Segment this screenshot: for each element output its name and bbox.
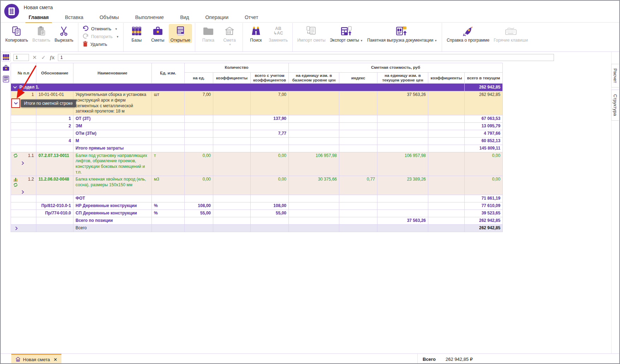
cell-reference-input[interactable] (13, 54, 29, 61)
cell-cur-unit[interactable] (377, 145, 428, 152)
cell-qty-total[interactable]: 7,00 (251, 91, 289, 115)
cell-code[interactable] (36, 225, 73, 232)
cell-total[interactable]: 262 942,85 (465, 84, 503, 91)
cell-base-unit[interactable]: 106 957,98 (289, 152, 339, 176)
cell-qty-coef[interactable] (213, 130, 251, 137)
cell-coef[interactable] (428, 137, 465, 145)
cell-code[interactable] (36, 217, 73, 225)
tab-obyomy[interactable]: Объёмы (91, 12, 127, 22)
cell-cur-unit[interactable]: 37 563,26 (377, 217, 428, 225)
cell-total[interactable]: 262 942,85 (465, 225, 503, 232)
estimates-button[interactable]: Сметы (148, 24, 168, 43)
cell-unit[interactable] (152, 137, 185, 145)
opened-button[interactable]: Открытые (169, 24, 192, 43)
cell-index[interactable] (339, 210, 377, 217)
cell-code[interactable]: 10-01-001-01 (36, 91, 73, 115)
cell-name[interactable]: Всего по позиции (73, 217, 152, 225)
cell-code[interactable]: 2 (36, 122, 73, 130)
cell-code[interactable]: 07.2.07.13-0011 (36, 152, 73, 176)
cell-unit[interactable] (152, 217, 185, 225)
cell-num[interactable] (11, 145, 36, 152)
close-icon[interactable]: ✕ (54, 357, 58, 362)
cell-num[interactable] (11, 137, 36, 145)
cell-coef[interactable] (428, 115, 465, 122)
tab-vypolnenie[interactable]: Выполнение (127, 12, 172, 22)
cell-code[interactable]: 4 (36, 137, 73, 145)
cell-unit[interactable]: шт (152, 91, 185, 115)
cell-unit[interactable]: % (152, 210, 185, 217)
cell-total[interactable]: 13 095,79 (465, 122, 503, 130)
cell-qty-coef[interactable] (213, 137, 251, 145)
cell-index[interactable] (339, 91, 377, 115)
cell-coef[interactable] (428, 202, 465, 210)
cell-unit[interactable] (152, 130, 185, 137)
cell-cur-unit[interactable]: 37 563,26 (377, 91, 428, 115)
cell-qty-coef[interactable] (213, 91, 251, 115)
cell-base-unit[interactable] (289, 225, 339, 232)
cell-name[interactable]: М (73, 137, 152, 145)
cell-qty-unit[interactable] (185, 195, 213, 202)
batch-export-button[interactable]: Пакетная выгрузка документации▼ (365, 24, 439, 43)
cell-coef[interactable] (428, 91, 465, 115)
cell-base-unit[interactable] (289, 122, 339, 130)
cell-qty-unit[interactable] (185, 130, 213, 137)
cell-cur-unit[interactable] (377, 202, 428, 210)
delete-button[interactable]: Удалить (83, 41, 119, 48)
cell-qty-total[interactable] (251, 195, 289, 202)
cell-coef[interactable] (428, 130, 465, 137)
row-expander[interactable] (15, 226, 34, 230)
cell-code[interactable] (36, 145, 73, 152)
undo-button[interactable]: Отменить ▼ (83, 26, 119, 32)
cell-total[interactable]: 4 797,66 (465, 130, 503, 137)
cell-qty-total[interactable]: 0,00 (251, 152, 289, 176)
cell-total[interactable]: 0,00 (465, 176, 503, 195)
cell-cur-unit[interactable] (377, 115, 428, 122)
cell-cur-unit[interactable] (377, 122, 428, 130)
cell-code[interactable] (36, 130, 73, 137)
cell-code[interactable]: Пр/774-010.0 (36, 210, 73, 217)
formula-input[interactable] (58, 54, 554, 61)
cell-qty-unit[interactable] (185, 225, 213, 232)
tab-operacii[interactable]: Операции (197, 12, 237, 22)
cell-unit[interactable] (152, 225, 185, 232)
cell-qty-unit[interactable]: 0,00 (185, 176, 213, 195)
cell-cur-unit[interactable] (377, 130, 428, 137)
tab-glavnaya[interactable]: Главная (20, 12, 57, 22)
cell-qty-coef[interactable] (213, 217, 251, 225)
cell-section[interactable]: Раздел 1. (11, 84, 465, 91)
cell-qty-unit[interactable]: 7,00 (185, 91, 213, 115)
cell-qty-coef[interactable] (213, 176, 251, 195)
batch-export-dropdown-icon[interactable]: ▼ (434, 39, 437, 42)
cell-num[interactable] (11, 225, 36, 232)
document-tab[interactable]: Новая смета ✕ (11, 354, 61, 364)
cell-index[interactable] (339, 130, 377, 137)
cell-total[interactable]: 0,00 (465, 152, 503, 176)
cell-total[interactable]: 262 942,85 (465, 91, 503, 115)
cell-total[interactable]: 77 610,09 (465, 202, 503, 210)
cell-coef[interactable] (428, 122, 465, 130)
cell-num[interactable]: 1 (11, 91, 36, 115)
cell-qty-coef[interactable] (213, 122, 251, 130)
cell-qty-coef[interactable] (213, 115, 251, 122)
cell-qty-coef[interactable] (213, 152, 251, 176)
fx-icon[interactable]: fx (49, 55, 55, 60)
cell-coef[interactable] (428, 152, 465, 176)
cell-coef[interactable] (428, 217, 465, 225)
cell-index[interactable] (339, 115, 377, 122)
cell-code[interactable]: 1 (36, 115, 73, 122)
cell-qty-unit[interactable] (185, 145, 213, 152)
cell-qty-coef[interactable] (213, 195, 251, 202)
cell-num[interactable] (11, 202, 36, 210)
cell-cur-unit[interactable] (377, 225, 428, 232)
cell-name[interactable]: СП Деревянные конструкции (73, 210, 152, 217)
export-estimate-button[interactable]: Экспорт сметы▼ (328, 24, 365, 43)
cell-qty-total[interactable]: 108,00 (251, 202, 289, 210)
row-expander[interactable] (22, 190, 34, 194)
cell-index[interactable] (339, 225, 377, 232)
cell-total[interactable]: 39 523,65 (465, 210, 503, 217)
cell-unit[interactable] (152, 122, 185, 130)
cell-total[interactable]: 71 861,19 (465, 195, 503, 202)
cell-qty-total[interactable] (251, 145, 289, 152)
cell-coef[interactable] (428, 225, 465, 232)
cell-index[interactable] (339, 137, 377, 145)
